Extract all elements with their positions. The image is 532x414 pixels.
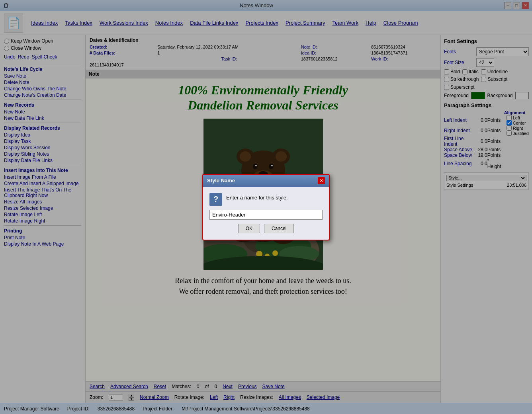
modal-question-row: ? Enter a name for this style. [209,193,323,206]
modal-overlay: Style Name ✕ ? Enter a name for this sty… [0,0,532,414]
modal-ok-button[interactable]: OK [238,224,260,233]
modal-question-text: Enter a name for this style. [226,193,288,201]
modal-buttons: OK Cancel [209,224,323,233]
modal-title: Style Name [207,178,235,184]
modal-question-icon: ? [209,193,222,206]
modal-close-button[interactable]: ✕ [318,177,325,184]
modal-title-bar: Style Name ✕ [203,175,329,187]
style-name-dialog: Style Name ✕ ? Enter a name for this sty… [202,174,330,240]
modal-cancel-button[interactable]: Cancel [264,224,294,233]
style-name-input[interactable] [209,210,323,220]
modal-body: ? Enter a name for this style. OK Cancel [203,187,329,240]
